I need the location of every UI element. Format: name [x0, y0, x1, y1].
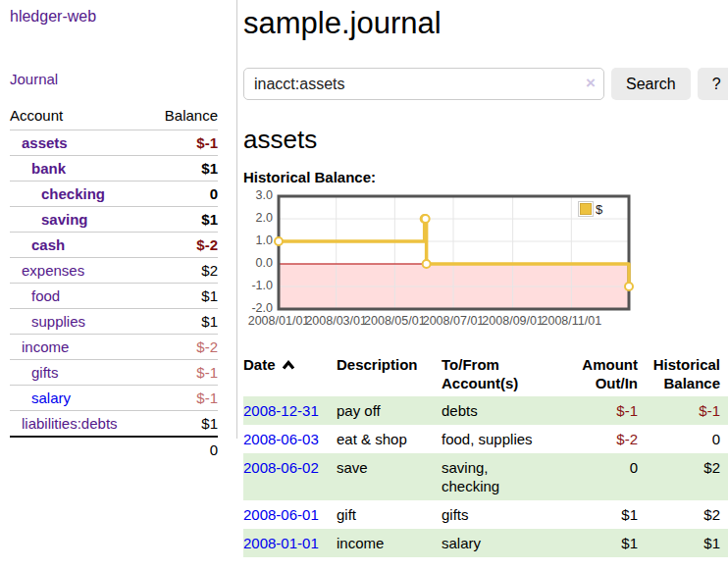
transaction-amount: 0 — [575, 453, 646, 500]
x-axis-tick-label: 2008/07/01 — [423, 314, 485, 328]
transaction-date-link[interactable]: 2008-06-03 — [243, 431, 319, 447]
y-axis-tick-label: 2.0 — [243, 211, 273, 226]
main-content: sample.journal × Search ? assets Histori… — [243, 0, 728, 557]
chart-legend: $ — [578, 201, 602, 217]
accounts-total-value: 0 — [10, 437, 218, 462]
transaction-date-link[interactable]: 2008-06-01 — [243, 506, 319, 523]
account-heading: assets — [243, 125, 728, 155]
register-header-accounts: To/From Account(s) — [442, 351, 575, 396]
y-axis-tick-label: 1.0 — [243, 234, 273, 248]
register-row: 2008-06-02savesaving, checking0$2 — [243, 453, 728, 500]
transaction-date-link[interactable]: 2008-12-31 — [243, 402, 319, 419]
account-balance: $1 — [149, 284, 218, 309]
account-link-liabilities:debts[interactable]: liabilities:debts — [22, 415, 118, 432]
account-row: cash$-2 — [10, 233, 218, 258]
legend-label: $ — [596, 202, 602, 217]
register-row: 2008-06-01giftgifts$1$2 — [243, 500, 728, 529]
transaction-description: gift — [337, 500, 442, 529]
transaction-description: save — [337, 453, 442, 500]
account-balance: $-1 — [149, 386, 218, 411]
transaction-balance: $1 — [646, 529, 728, 557]
account-link-supplies[interactable]: supplies — [31, 313, 85, 330]
account-balance: 0 — [149, 182, 218, 207]
series-color-swatch — [578, 201, 594, 217]
register-header-amount: Amount Out/In — [575, 351, 646, 396]
account-row: income$-2 — [10, 335, 218, 360]
y-axis-tick-label: 0.0 — [243, 256, 273, 271]
account-link-gifts[interactable]: gifts — [31, 364, 59, 381]
transaction-balance: $2 — [646, 453, 728, 500]
account-link-expenses[interactable]: expenses — [22, 262, 84, 279]
chart-title: Historical Balance: — [243, 169, 728, 185]
register-header-date[interactable]: Date — [243, 351, 337, 396]
x-axis-tick-label: 2008/03/01 — [305, 314, 367, 328]
account-row: liabilities:debts$1 — [10, 411, 218, 438]
account-row: saving$1 — [10, 207, 218, 233]
help-button[interactable]: ? — [698, 68, 728, 100]
account-row: assets$-1 — [10, 130, 218, 156]
transaction-description: income — [337, 529, 442, 557]
search-input[interactable] — [243, 68, 604, 100]
x-axis-tick-label: 2008/01/01 — [248, 314, 310, 328]
account-link-bank[interactable]: bank — [31, 160, 66, 177]
register-row: 2008-12-31pay offdebts$-1$-1 — [243, 396, 728, 425]
account-balance: $-1 — [149, 130, 218, 156]
sidebar-item-journal[interactable]: Journal — [10, 71, 58, 87]
account-row: expenses$2 — [10, 258, 218, 284]
transaction-accounts: gifts — [442, 500, 575, 529]
accounts-header-balance: Balance — [149, 105, 218, 130]
sidebar: hledger-web Journal Account Balance asse… — [0, 0, 237, 439]
register-row: 2008-06-03eat & shopfood, supplies$-20 — [243, 425, 728, 453]
account-link-food[interactable]: food — [31, 287, 60, 304]
transaction-accounts: debts — [442, 396, 575, 425]
account-balance: $1 — [149, 309, 218, 335]
app-title-link[interactable]: hledger-web — [10, 8, 228, 26]
accounts-total-row: 0 — [10, 437, 218, 462]
transaction-description: pay off — [337, 396, 442, 425]
transaction-date-link[interactable]: 2008-01-01 — [243, 535, 319, 551]
account-row: gifts$-1 — [10, 360, 218, 386]
y-axis-tick-label: -1.0 — [243, 279, 273, 293]
account-link-checking[interactable]: checking — [41, 185, 105, 202]
register-header-description: Description — [337, 351, 442, 396]
account-balance: $1 — [149, 156, 218, 182]
transaction-balance: $2 — [646, 500, 728, 529]
transaction-accounts: food, supplies — [442, 425, 575, 453]
clear-search-icon[interactable]: × — [586, 74, 596, 93]
account-row: checking0 — [10, 182, 218, 207]
search-button[interactable]: Search — [611, 68, 691, 100]
transaction-date-link[interactable]: 2008-06-02 — [243, 459, 319, 476]
transaction-balance: 0 — [646, 425, 728, 453]
account-balance: $-2 — [149, 335, 218, 360]
account-balance: $2 — [149, 258, 218, 284]
account-balance: $-1 — [149, 360, 218, 386]
account-balance: $-2 — [149, 233, 218, 258]
accounts-table: Account Balance assets$-1bank$1checking0… — [10, 105, 218, 462]
transaction-amount: $1 — [575, 529, 646, 557]
historical-balance-chart: $ 3.02.01.00.0-1.0-2.02008/01/012008/03/… — [243, 188, 636, 332]
x-axis-tick-label: 2008/11/01 — [541, 314, 601, 328]
y-axis-tick-label: 3.0 — [243, 188, 273, 203]
sidebar-nav: Journal — [10, 71, 228, 88]
x-axis-tick-label: 2008/09/01 — [482, 314, 544, 328]
account-row: bank$1 — [10, 156, 218, 182]
account-row: food$1 — [10, 284, 218, 309]
register-header-balance: Historical Balance — [646, 351, 728, 396]
transaction-accounts: saving, checking — [442, 453, 575, 500]
account-link-saving[interactable]: saving — [41, 211, 88, 228]
account-row: supplies$1 — [10, 309, 218, 335]
account-link-cash[interactable]: cash — [31, 236, 65, 253]
page-title: sample.journal — [243, 6, 728, 41]
account-link-income[interactable]: income — [22, 338, 69, 355]
transaction-amount: $-2 — [575, 425, 646, 453]
register-row: 2008-01-01incomesalary$1$1 — [243, 529, 728, 557]
register-table: Date Description To/From Account(s) Amou… — [243, 351, 728, 557]
transaction-balance: $-1 — [646, 396, 728, 425]
account-link-assets[interactable]: assets — [22, 134, 68, 151]
account-link-salary[interactable]: salary — [31, 389, 71, 406]
account-balance: $1 — [149, 411, 218, 438]
accounts-table-body: assets$-1bank$1checking0saving$1cash$-2e… — [10, 130, 218, 438]
transaction-accounts: salary — [442, 529, 575, 557]
transaction-description: eat & shop — [337, 425, 442, 453]
search-input-wrap: × — [243, 68, 604, 100]
